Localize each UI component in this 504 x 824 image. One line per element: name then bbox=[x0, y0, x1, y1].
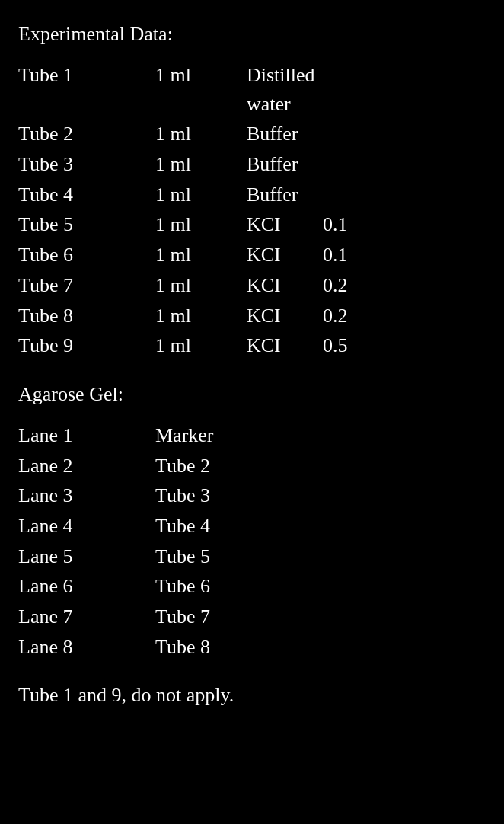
tube-amount: 1 ml bbox=[155, 331, 247, 360]
tube-value: 0.1 bbox=[323, 241, 368, 270]
lane-label: Lane 6 bbox=[18, 572, 155, 601]
tube-amount: 1 ml bbox=[155, 61, 247, 90]
lane-row: Lane 1Marker bbox=[18, 421, 486, 450]
tube-amount: 1 ml bbox=[155, 210, 247, 239]
footer-note: Tube 1 and 9, do not apply. bbox=[18, 684, 486, 707]
lane-content: Tube 8 bbox=[155, 633, 247, 662]
tube-substance: KCI bbox=[247, 241, 323, 270]
lane-row: Lane 7Tube 7 bbox=[18, 602, 486, 631]
experimental-title: Experimental Data: bbox=[18, 23, 486, 46]
lane-row: Lane 3Tube 3 bbox=[18, 481, 486, 510]
tube-substance: Distilled water bbox=[247, 61, 323, 118]
tube-label: Tube 6 bbox=[18, 241, 155, 270]
lane-content: Tube 5 bbox=[155, 542, 247, 571]
tube-substance: Buffer bbox=[247, 180, 323, 209]
lane-label: Lane 8 bbox=[18, 633, 155, 662]
lane-content: Marker bbox=[155, 421, 247, 450]
tube-amount: 1 ml bbox=[155, 120, 247, 149]
lane-row: Lane 6Tube 6 bbox=[18, 572, 486, 601]
lane-content: Tube 7 bbox=[155, 602, 247, 631]
tube-row: Tube 71 mlKCI0.2 bbox=[18, 271, 486, 300]
tube-row: Tube 81 mlKCI0.2 bbox=[18, 302, 486, 331]
tube-amount: 1 ml bbox=[155, 241, 247, 270]
tube-row: Tube 21 mlBuffer bbox=[18, 120, 486, 149]
tube-label: Tube 7 bbox=[18, 271, 155, 300]
tube-substance: KCI bbox=[247, 331, 323, 360]
tube-value: 0.2 bbox=[323, 302, 368, 331]
lane-row: Lane 5Tube 5 bbox=[18, 542, 486, 571]
tube-amount: 1 ml bbox=[155, 180, 247, 209]
lane-table: Lane 1MarkerLane 2Tube 2Lane 3Tube 3Lane… bbox=[18, 421, 486, 662]
lane-label: Lane 7 bbox=[18, 602, 155, 631]
tube-substance: KCI bbox=[247, 210, 323, 239]
tube-value: 0.5 bbox=[323, 331, 368, 360]
tube-label: Tube 5 bbox=[18, 210, 155, 239]
lane-content: Tube 3 bbox=[155, 481, 247, 510]
tube-row: Tube 91 mlKCI0.5 bbox=[18, 331, 486, 360]
tube-value: 0.1 bbox=[323, 210, 368, 239]
tube-amount: 1 ml bbox=[155, 302, 247, 331]
lane-label: Lane 4 bbox=[18, 512, 155, 541]
lane-content: Tube 4 bbox=[155, 512, 247, 541]
tube-substance: Buffer bbox=[247, 150, 323, 179]
lane-label: Lane 3 bbox=[18, 481, 155, 510]
tube-value: 0.2 bbox=[323, 271, 368, 300]
agarose-title: Agarose Gel: bbox=[18, 383, 486, 406]
tube-label: Tube 4 bbox=[18, 180, 155, 209]
tube-row: Tube 11 mlDistilled water bbox=[18, 61, 486, 118]
lane-row: Lane 4Tube 4 bbox=[18, 512, 486, 541]
agarose-section: Agarose Gel: Lane 1MarkerLane 2Tube 2Lan… bbox=[18, 383, 486, 662]
lane-label: Lane 2 bbox=[18, 452, 155, 481]
tube-row: Tube 51 mlKCI0.1 bbox=[18, 210, 486, 239]
tube-label: Tube 9 bbox=[18, 331, 155, 360]
tube-row: Tube 61 mlKCI0.1 bbox=[18, 241, 486, 270]
lane-content: Tube 2 bbox=[155, 452, 247, 481]
tube-substance: KCI bbox=[247, 302, 323, 331]
tube-label: Tube 3 bbox=[18, 150, 155, 179]
tube-substance: KCI bbox=[247, 271, 323, 300]
lane-label: Lane 1 bbox=[18, 421, 155, 450]
tube-substance: Buffer bbox=[247, 120, 323, 149]
tube-amount: 1 ml bbox=[155, 271, 247, 300]
experimental-section: Experimental Data: Tube 11 mlDistilled w… bbox=[18, 23, 486, 360]
tube-label: Tube 1 bbox=[18, 61, 155, 90]
lane-row: Lane 8Tube 8 bbox=[18, 633, 486, 662]
tube-row: Tube 41 mlBuffer bbox=[18, 180, 486, 209]
lane-label: Lane 5 bbox=[18, 542, 155, 571]
tube-table: Tube 11 mlDistilled waterTube 21 mlBuffe… bbox=[18, 61, 486, 360]
tube-label: Tube 2 bbox=[18, 120, 155, 149]
lane-content: Tube 6 bbox=[155, 572, 247, 601]
tube-label: Tube 8 bbox=[18, 302, 155, 331]
tube-amount: 1 ml bbox=[155, 150, 247, 179]
tube-row: Tube 31 mlBuffer bbox=[18, 150, 486, 179]
lane-row: Lane 2Tube 2 bbox=[18, 452, 486, 481]
